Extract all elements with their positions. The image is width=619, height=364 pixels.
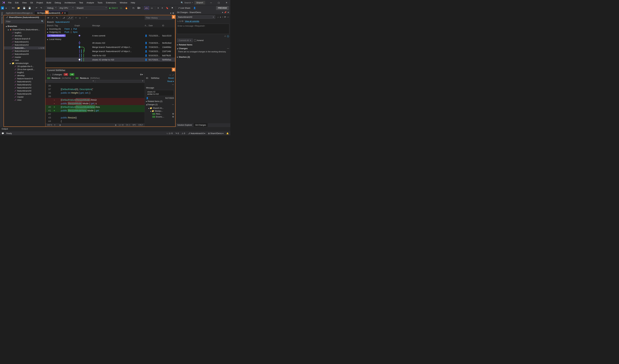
remote-branch-item[interactable]: ⎇featurebranch2 — [4, 83, 45, 86]
nav-forward-button[interactable]: ▸ — [5, 6, 8, 10]
data-sources-rail[interactable]: Data Sources — [0, 11, 3, 127]
next-change-icon[interactable]: ↓ — [50, 73, 51, 76]
menu-architecture[interactable]: Architecture — [63, 1, 77, 4]
changes-section[interactable]: ▴ Changes⋯ — [176, 47, 230, 50]
undo-button[interactable]: ↶ — [35, 6, 38, 10]
branch-item[interactable]: ⎇master — [4, 56, 45, 59]
history-filter-input[interactable]: Filter History — [145, 16, 174, 20]
commit-row[interactable]: Merge branch 'featurebranch3' of https:/… — [45, 49, 175, 53]
platform-combo[interactable]: Any CPU — [58, 6, 74, 10]
tag-icon[interactable]: ◇ — [79, 16, 81, 19]
reset-link[interactable]: Reset ▾ — [167, 80, 174, 83]
more-icon[interactable]: ⋯ — [227, 16, 229, 18]
menu-help[interactable]: Help — [129, 1, 137, 4]
revert-link[interactable]: Revert — [168, 77, 174, 79]
branch-item[interactable]: ⎇feature-branch-6 — [4, 37, 45, 40]
related-items-section[interactable]: ▸ Related Items — [176, 43, 230, 47]
graph-toggle-icon[interactable]: ⎇⎇ — [67, 16, 73, 19]
remote-branch-item[interactable]: ⎇featurebranch3 — [4, 86, 45, 89]
status-warnings[interactable]: ⚠ 0 — [182, 132, 185, 135]
status-repo[interactable]: ⊞ ShareXDemo ▾ — [208, 132, 224, 135]
menu-tools[interactable]: Tools — [96, 1, 104, 4]
pull-link[interactable]: Pull — [73, 28, 77, 30]
maximize-button[interactable]: ▢ — [215, 0, 222, 5]
gear-icon[interactable]: ⚙ — [172, 12, 174, 14]
fetch-icon[interactable]: ↓ — [217, 16, 219, 18]
gear-icon[interactable]: ⚙▾ — [140, 73, 143, 76]
zoom-level[interactable]: 100 % — [47, 124, 52, 126]
close-icon[interactable]: ✕ — [227, 11, 229, 14]
remote-branch-item[interactable]: ⎇featurebranch4 — [4, 89, 45, 92]
bookmark-icon[interactable]: 🔖 — [165, 6, 169, 10]
amend-checkbox[interactable]: Amend — [194, 39, 203, 42]
search-box[interactable]: 🔍 Search ▾ — [181, 1, 193, 4]
open-button[interactable]: 📂 — [16, 6, 21, 10]
branch-item-selected[interactable]: ⎇featurebr...↑↓ 1 / 0 — [4, 46, 45, 49]
hot-reload-icon[interactable]: 🔥 — [124, 6, 129, 10]
outgoing-section[interactable]: ▴ Outgoing (1) Push | Sync — [45, 30, 175, 33]
more-icon[interactable]: ⋯ — [146, 84, 174, 86]
merge-icon[interactable]: ⑂ — [75, 16, 77, 19]
prev-change-icon[interactable]: ↑ — [47, 73, 48, 76]
more-icon[interactable]: ⋯ — [172, 103, 174, 106]
new-item-button[interactable]: ✦▾ — [11, 6, 15, 10]
more-icon[interactable]: ⋯ — [227, 47, 229, 50]
edit-icon[interactable]: ✎ — [56, 16, 58, 19]
commit-row[interactable]: #8 closes #10👤7/19/2023...9e45c6ed — [45, 41, 175, 45]
remote-branch-item[interactable]: ⎇16-update-the-h... — [4, 65, 45, 68]
branch-filter-input[interactable]: Filter — [5, 20, 44, 23]
commit-row[interactable]: ⎇ featurebranch3 A new commit 👤 7/21/202… — [45, 33, 175, 38]
menu-test[interactable]: Test — [78, 1, 85, 4]
tree-folder[interactable]: ▴ 📁 Manipu... — [146, 110, 174, 112]
commit-all-button[interactable]: Commit All ▾ — [177, 39, 193, 42]
branch-item[interactable]: ⎇featurebranch2 — [4, 43, 45, 46]
save-button[interactable]: 💾 — [22, 6, 27, 10]
incoming-section[interactable]: ▸ Incoming (0) Fetch | Pull — [45, 28, 175, 30]
target-combo[interactable]: ShareX — [75, 6, 107, 10]
output-panel-header[interactable]: Output — [0, 127, 230, 131]
tab-git-repo[interactable]: Git Reposit...aturebranch3) 📌 ✕ — [35, 11, 68, 15]
menu-git[interactable]: Git — [28, 1, 34, 4]
commit-message-input[interactable]: Enter a message <Required> — [177, 24, 229, 34]
close-button[interactable]: ✕ — [223, 0, 230, 5]
stashes-section[interactable]: ▸ Stashes (2) — [176, 55, 230, 59]
branch-selector[interactable]: featurebranch3 — [177, 15, 215, 19]
redo-button[interactable]: ↷ — [39, 6, 43, 10]
branch-item[interactable]: ⎇featurebranch4 — [4, 49, 45, 53]
browser-link-icon[interactable]: 🗀 — [131, 6, 135, 10]
commit-row-selected[interactable]: closes #2 similar to #10👤5/17/2023...5b9… — [45, 57, 175, 62]
branch-item[interactable]: ⎇develop — [4, 34, 45, 37]
tree-file[interactable]: C# Enums....M — [146, 115, 174, 118]
remote-branch-item[interactable]: ⎇29-vs-live-specifi... — [4, 68, 45, 71]
code-editor[interactable]: 36 37 [DefaultValue(0), Description(" 38… — [45, 83, 145, 123]
menu-build[interactable]: Build — [45, 1, 53, 4]
checkmark-icon[interactable]: ✓ — [51, 16, 54, 19]
pull-icon[interactable]: ⤓ — [220, 16, 221, 18]
fetch-link[interactable]: Fetch — [64, 28, 70, 30]
combo-left[interactable]: ▾ — [45, 80, 95, 83]
menu-debug[interactable]: Debug — [53, 1, 62, 4]
combo-right[interactable]: ▾ — [95, 80, 145, 83]
sync-icon[interactable]: ⟳ — [224, 16, 226, 18]
outdent-icon[interactable]: ≡ — [161, 6, 164, 10]
remote-branch-item[interactable]: ⎇featurebranch1 — [4, 80, 45, 83]
expand-icon[interactable]: ⤢ — [172, 74, 174, 76]
abc-spell-icon[interactable]: abc — [144, 6, 149, 10]
pin-icon[interactable]: 📌 — [61, 12, 63, 14]
related-items-section[interactable]: ▸ Related Items (2) — [146, 100, 174, 102]
commit-row[interactable]: Merge branch 'featurebranch3' of https:/… — [45, 45, 175, 49]
start-no-debug-button[interactable]: ▷ — [120, 6, 123, 10]
local-history-section[interactable]: ▴ Local History — [45, 38, 175, 41]
tab-solution-explorer[interactable]: Solution Explorer — [176, 123, 194, 127]
branches-node[interactable]: ▴ Branches — [4, 24, 45, 28]
tab-overflow-icon[interactable]: ▾ — [170, 12, 171, 14]
hash-icon[interactable]: # — [225, 35, 226, 38]
minimize-button[interactable]: ─ — [208, 0, 214, 5]
tree-folder[interactable]: ▴ 📁 ShareX.Im... — [146, 107, 174, 110]
remote-branch-item[interactable]: ⎇misc — [4, 98, 45, 101]
push-link[interactable]: Push — [64, 31, 69, 33]
tool-icon[interactable]: ▭ — [150, 6, 154, 10]
start-button[interactable]: ▶ Start ▾ — [108, 6, 119, 10]
view-all-commits-link[interactable]: View all commits — [185, 20, 199, 22]
branch-link[interactable]: featurebranch3 — [56, 21, 70, 23]
